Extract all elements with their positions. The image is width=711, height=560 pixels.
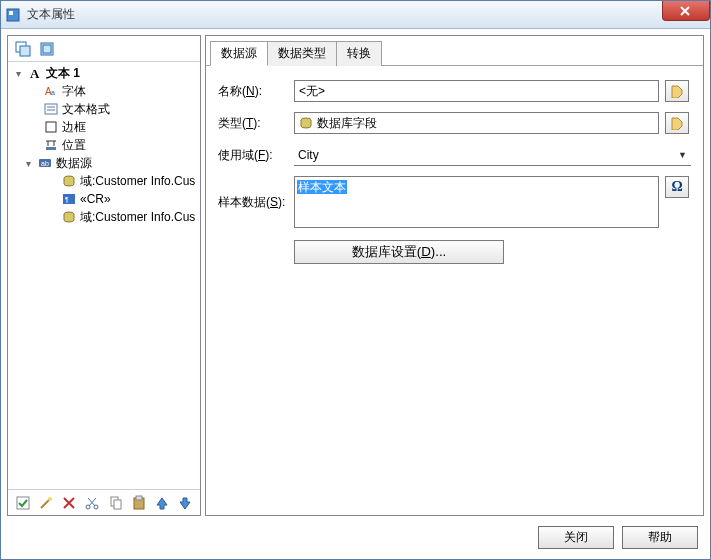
svg-rect-3 bbox=[20, 46, 30, 56]
expand-icon bbox=[15, 41, 31, 57]
tree-item-font[interactable]: Aa 字体 bbox=[8, 82, 200, 100]
svg-rect-16 bbox=[46, 147, 56, 150]
border-icon bbox=[43, 119, 59, 135]
svg-rect-12 bbox=[46, 122, 56, 132]
name-browse-button[interactable] bbox=[665, 80, 689, 102]
twisty-icon[interactable]: ▾ bbox=[12, 68, 24, 79]
collapse-icon bbox=[39, 41, 55, 57]
dialog-window: 文本属性 ▾ A 文本 1 bbox=[0, 0, 711, 560]
tree-toolbar-top bbox=[8, 36, 200, 62]
svg-rect-5 bbox=[43, 45, 51, 53]
wizard-icon bbox=[15, 495, 31, 511]
expand-button[interactable] bbox=[12, 38, 34, 60]
help-button[interactable]: 帮助 bbox=[622, 526, 698, 549]
scissors-icon bbox=[84, 495, 100, 511]
svg-text:A: A bbox=[30, 66, 40, 80]
db-icon bbox=[299, 116, 313, 130]
tree-item-ds-field-2[interactable]: 域:Customer Info.Cus bbox=[8, 208, 200, 226]
app-icon bbox=[5, 7, 21, 23]
db-icon bbox=[61, 209, 77, 225]
content-area: ▾ A 文本 1 Aa 字体 文本格式 边框 bbox=[1, 29, 710, 559]
arrow-up-icon bbox=[154, 495, 170, 511]
tree-item-textformat[interactable]: 文本格式 bbox=[8, 100, 200, 118]
wizard-button[interactable] bbox=[12, 492, 33, 514]
arrow-down-icon bbox=[177, 495, 193, 511]
svg-text:a: a bbox=[51, 89, 55, 96]
close-button[interactable]: 关闭 bbox=[538, 526, 614, 549]
tag-icon bbox=[670, 84, 684, 98]
type-browse-button[interactable] bbox=[665, 112, 689, 134]
move-up-button[interactable] bbox=[152, 492, 173, 514]
window-title: 文本属性 bbox=[27, 6, 75, 23]
svg-rect-9 bbox=[45, 104, 57, 114]
text-icon: A bbox=[27, 65, 43, 81]
svg-rect-1 bbox=[9, 11, 13, 15]
svg-rect-23 bbox=[17, 497, 29, 509]
sample-label: 样本数据(S): bbox=[218, 194, 288, 211]
svg-point-25 bbox=[48, 497, 52, 501]
dialog-footer: 关闭 帮助 bbox=[7, 522, 704, 553]
tree-item-position[interactable]: 位置 bbox=[8, 136, 200, 154]
type-label: 类型(T): bbox=[218, 115, 288, 132]
name-label: 名称(N): bbox=[218, 83, 288, 100]
type-combo[interactable]: 数据库字段 bbox=[294, 112, 659, 134]
domain-dropdown[interactable]: City ▼ bbox=[294, 144, 691, 166]
tab-strip: 数据源 数据类型 转换 bbox=[206, 36, 703, 66]
close-icon bbox=[680, 6, 692, 16]
tree-item-ds-cr[interactable]: ¶ «CR» bbox=[8, 190, 200, 208]
paste-icon bbox=[131, 495, 147, 511]
tree-panel: ▾ A 文本 1 Aa 字体 文本格式 边框 bbox=[7, 35, 201, 516]
form-body: 名称(N): 类型(T): 数据库字段 使用域(F): City ▼ 样本数据(… bbox=[206, 66, 703, 278]
svg-text:¶: ¶ bbox=[65, 196, 69, 203]
tree-item-datasource[interactable]: ▾ ab 数据源 bbox=[8, 154, 200, 172]
copy-icon bbox=[108, 495, 124, 511]
svg-rect-31 bbox=[136, 496, 142, 500]
tool-button[interactable] bbox=[35, 492, 56, 514]
main-area: ▾ A 文本 1 Aa 字体 文本格式 边框 bbox=[7, 35, 704, 516]
font-icon: Aa bbox=[43, 83, 59, 99]
tab-datasource[interactable]: 数据源 bbox=[210, 41, 268, 66]
position-icon bbox=[43, 137, 59, 153]
move-down-button[interactable] bbox=[175, 492, 196, 514]
sample-textarea[interactable]: 样本文本 bbox=[294, 176, 659, 228]
tag-icon bbox=[670, 116, 684, 130]
chevron-down-icon: ▼ bbox=[678, 150, 687, 160]
twisty-icon[interactable]: ▾ bbox=[22, 158, 34, 169]
cr-icon: ¶ bbox=[61, 191, 77, 207]
omega-icon: Ω bbox=[671, 179, 682, 195]
db-icon bbox=[61, 173, 77, 189]
tab-datatype[interactable]: 数据类型 bbox=[267, 41, 337, 66]
tab-transform[interactable]: 转换 bbox=[336, 41, 382, 66]
titlebar: 文本属性 bbox=[1, 1, 710, 29]
property-tree[interactable]: ▾ A 文本 1 Aa 字体 文本格式 边框 bbox=[8, 62, 200, 489]
delete-button[interactable] bbox=[59, 492, 80, 514]
copy-button[interactable] bbox=[105, 492, 126, 514]
svg-text:ab: ab bbox=[41, 160, 49, 167]
close-window-button[interactable] bbox=[662, 1, 710, 21]
paste-button[interactable] bbox=[128, 492, 149, 514]
tree-item-ds-field-1[interactable]: 域:Customer Info.Cus bbox=[8, 172, 200, 190]
tree-item-border[interactable]: 边框 bbox=[8, 118, 200, 136]
tree-toolbar-bottom bbox=[8, 489, 200, 515]
datasource-icon: ab bbox=[37, 155, 53, 171]
tree-root[interactable]: ▾ A 文本 1 bbox=[8, 64, 200, 82]
db-settings-button[interactable]: 数据库设置(D)... bbox=[294, 240, 504, 264]
properties-panel: 数据源 数据类型 转换 名称(N): 类型(T): 数据库字段 使用域(F): bbox=[205, 35, 704, 516]
domain-label: 使用域(F): bbox=[218, 147, 288, 164]
collapse-button[interactable] bbox=[36, 38, 58, 60]
cut-button[interactable] bbox=[82, 492, 103, 514]
delete-icon bbox=[61, 495, 77, 511]
omega-button[interactable]: Ω bbox=[665, 176, 689, 198]
name-input[interactable] bbox=[294, 80, 659, 102]
wand-icon bbox=[38, 495, 54, 511]
textformat-icon bbox=[43, 101, 59, 117]
svg-rect-29 bbox=[114, 500, 121, 509]
